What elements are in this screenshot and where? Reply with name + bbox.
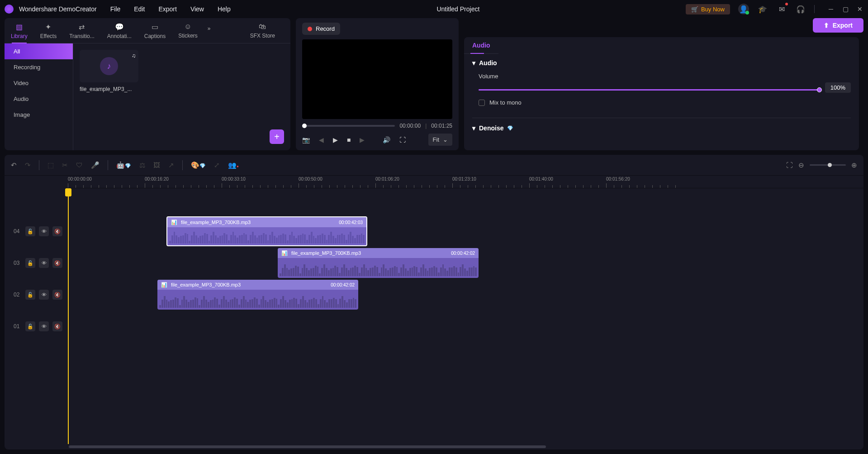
playhead-handle[interactable] bbox=[65, 188, 71, 196]
denoise-section-label: Denoise bbox=[479, 124, 503, 132]
menu-view[interactable]: View bbox=[190, 5, 204, 13]
ruler-label: 00:00:33:10 bbox=[222, 177, 246, 182]
track-mute-button[interactable]: 🔇 bbox=[52, 258, 62, 268]
clip-duration: 00:00:42:03 bbox=[339, 220, 363, 225]
cursor-button[interactable]: ↗ bbox=[168, 161, 174, 169]
zoom-out-button[interactable]: ⊖ bbox=[798, 161, 804, 169]
volume-slider[interactable] bbox=[479, 89, 820, 91]
snapshot-button[interactable]: 🖼 bbox=[153, 161, 160, 169]
undo-button[interactable]: ↶ bbox=[11, 161, 17, 169]
fullscreen-icon[interactable]: ⛶ bbox=[399, 136, 406, 143]
track-mute-button[interactable]: 🔇 bbox=[52, 226, 62, 236]
speed-button[interactable]: ⚖ bbox=[139, 161, 145, 169]
tab-library[interactable]: ▧ Library bbox=[5, 18, 34, 43]
clip-waveform bbox=[159, 296, 356, 308]
tab-captions[interactable]: ▭ Captions bbox=[138, 18, 172, 43]
track-lock-button[interactable]: 🔓 bbox=[25, 290, 35, 300]
track-lock-button[interactable]: 🔓 bbox=[25, 258, 35, 268]
category-audio[interactable]: Audio bbox=[5, 91, 73, 107]
track-lane[interactable] bbox=[68, 311, 863, 342]
redo-button[interactable]: ↷ bbox=[25, 161, 31, 169]
zoom-fit-button[interactable]: ⛶ bbox=[786, 161, 793, 169]
tab-more[interactable]: » bbox=[204, 18, 214, 43]
play-icon[interactable]: ▶ bbox=[333, 136, 338, 143]
snapshot-icon[interactable]: 📷 bbox=[302, 136, 310, 143]
timeline-ruler[interactable]: 00:00:00:0000:00:16:2000:00:33:1000:00:5… bbox=[68, 176, 863, 188]
track-lock-button[interactable]: 🔓 bbox=[25, 226, 35, 236]
track-lane[interactable]: 📊 file_example_MP3_700KB.mp3 00:00:42:02 bbox=[68, 247, 863, 279]
track-visibility-button[interactable]: 👁 bbox=[39, 321, 49, 331]
audio-clip[interactable]: 📊 file_example_MP3_700KB.mp3 00:00:42:02 bbox=[278, 248, 479, 278]
tab-effects[interactable]: ✦ Effects bbox=[34, 18, 63, 43]
track-lane[interactable]: 📊 file_example_MP3_700KB.mp3 00:00:42:02 bbox=[68, 279, 863, 311]
buy-now-button[interactable]: 🛒 Buy Now bbox=[686, 4, 730, 14]
messages-icon[interactable]: ✉ bbox=[776, 4, 787, 14]
export-button[interactable]: ⬆ Export bbox=[813, 18, 863, 33]
track-visibility-button[interactable]: 👁 bbox=[39, 258, 49, 268]
expand-button[interactable]: ⤢ bbox=[214, 161, 220, 169]
tab-transitions[interactable]: ⇄ Transitio... bbox=[63, 18, 101, 43]
menu-help[interactable]: Help bbox=[218, 5, 231, 13]
user-avatar[interactable]: 👤 bbox=[738, 4, 749, 14]
denoise-section-header[interactable]: ▾ Denoise 💎 bbox=[472, 124, 851, 132]
volume-slider-handle[interactable] bbox=[817, 87, 822, 92]
support-icon[interactable]: 🎧 bbox=[795, 4, 806, 14]
next-frame-icon[interactable]: ▶ bbox=[360, 136, 365, 143]
stop-icon[interactable]: ■ bbox=[347, 136, 351, 143]
color-button[interactable]: 🎨💎 bbox=[191, 161, 206, 169]
add-media-button[interactable]: + bbox=[270, 129, 284, 144]
track-row: 04 🔓 👁 🔇 📊 file_example_MP3_700KB.mp3 00… bbox=[5, 215, 863, 247]
tab-annotations[interactable]: 💬 Annotati... bbox=[101, 18, 138, 43]
audio-section-header[interactable]: ▾ Audio bbox=[472, 59, 851, 67]
academy-icon[interactable]: 🎓 bbox=[757, 4, 768, 14]
app-logo bbox=[5, 5, 14, 14]
audio-clip[interactable]: 📊 file_example_MP3_700KB.mp3 00:00:42:02 bbox=[157, 280, 358, 310]
track-mute-button[interactable]: 🔇 bbox=[52, 321, 62, 331]
minimize-button[interactable]: ─ bbox=[827, 5, 835, 13]
group-button[interactable]: 👥● bbox=[228, 161, 239, 169]
track-mute-button[interactable]: 🔇 bbox=[52, 290, 62, 300]
volume-value[interactable]: 100% bbox=[825, 82, 851, 93]
prev-frame-icon[interactable]: ◀ bbox=[319, 136, 324, 143]
clip-header: 📊 file_example_MP3_700KB.mp3 00:00:42:02 bbox=[278, 248, 479, 258]
menu-edit[interactable]: Edit bbox=[134, 5, 145, 13]
preview-total-time: 00:01:25 bbox=[431, 123, 452, 129]
marker-button[interactable]: 🛡 bbox=[76, 161, 83, 169]
menu-export[interactable]: Export bbox=[158, 5, 176, 13]
volume-icon[interactable]: 🔊 bbox=[383, 136, 390, 143]
scrub-track[interactable] bbox=[302, 125, 395, 127]
zoom-in-button[interactable]: ⊕ bbox=[851, 161, 857, 169]
maximize-button[interactable]: ▢ bbox=[842, 5, 849, 13]
transitions-icon: ⇄ bbox=[79, 23, 85, 31]
record-button[interactable]: Record bbox=[302, 23, 340, 35]
time-divider: | bbox=[425, 123, 427, 129]
audio-clip[interactable]: 📊 file_example_MP3_700KB.mp3 00:00:42:03 bbox=[166, 216, 367, 246]
close-button[interactable]: ✕ bbox=[856, 5, 863, 13]
tab-stickers[interactable]: ☺ Stickers bbox=[172, 18, 204, 43]
ai-tool-button[interactable]: 🤖💎 bbox=[116, 161, 131, 169]
timeline-scrollbar[interactable] bbox=[68, 444, 863, 449]
crop-button[interactable]: ⬚ bbox=[47, 161, 54, 169]
split-button[interactable]: ✂ bbox=[62, 161, 68, 169]
tab-sfx-store[interactable]: 🛍 SFX Store bbox=[244, 18, 281, 43]
media-item[interactable]: ♪ ♫ file_example_MP3_... bbox=[80, 50, 138, 92]
category-all[interactable]: All bbox=[5, 43, 73, 59]
playhead[interactable] bbox=[68, 188, 69, 444]
audio-tab[interactable]: Audio bbox=[464, 37, 498, 54]
track-lock-button[interactable]: 🔓 bbox=[25, 321, 35, 331]
category-image[interactable]: Image bbox=[5, 107, 73, 123]
track-visibility-button[interactable]: 👁 bbox=[39, 290, 49, 300]
track-header: 04 🔓 👁 🔇 bbox=[5, 226, 68, 236]
scrub-handle[interactable] bbox=[302, 124, 307, 128]
menu-file[interactable]: File bbox=[110, 5, 121, 13]
preview-canvas[interactable] bbox=[302, 39, 452, 119]
category-recording[interactable]: Recording bbox=[5, 59, 73, 75]
mix-to-mono-checkbox[interactable]: Mix to mono bbox=[479, 99, 851, 106]
track-lane[interactable]: 📊 file_example_MP3_700KB.mp3 00:00:42:03 bbox=[68, 215, 863, 247]
fit-select[interactable]: Fit ⌄ bbox=[428, 134, 452, 146]
scrollbar-thumb[interactable] bbox=[69, 445, 546, 448]
zoom-slider[interactable] bbox=[810, 164, 846, 166]
voiceover-button[interactable]: 🎤 bbox=[91, 161, 100, 169]
track-visibility-button[interactable]: 👁 bbox=[39, 226, 49, 236]
category-video[interactable]: Video bbox=[5, 75, 73, 91]
